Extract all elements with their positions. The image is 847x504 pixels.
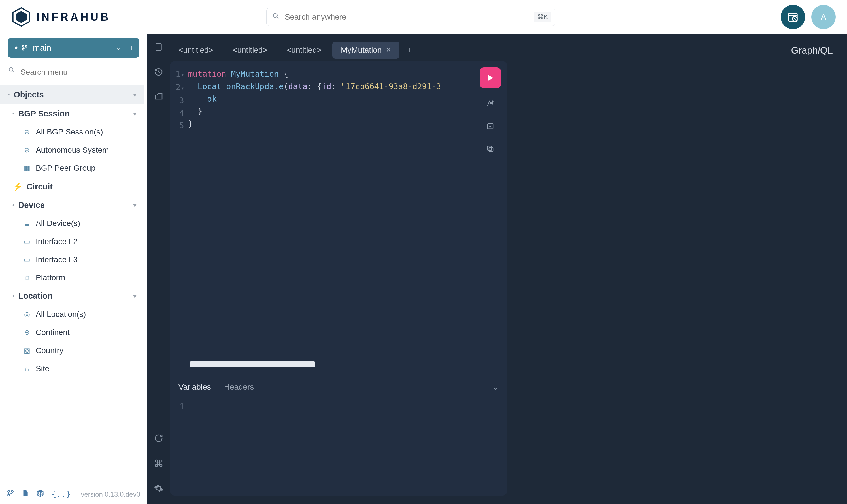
variables-editor[interactable]: 1 xyxy=(170,397,507,411)
global-search: ⌘K xyxy=(266,8,555,26)
sidebar-item-label: Interface L3 xyxy=(36,255,77,264)
sidebar-item-platform[interactable]: ⧉ Platform xyxy=(0,269,144,287)
grid-icon: ▦ xyxy=(23,164,31,172)
scrollbar-thumb[interactable] xyxy=(190,361,315,367)
svg-point-15 xyxy=(8,490,10,492)
svg-point-16 xyxy=(11,490,13,492)
sidebar-item-label: Platform xyxy=(36,273,65,282)
sidebar-item-all-bgp-sessions[interactable]: ⊕ All BGP Session(s) xyxy=(0,123,144,141)
svg-point-13 xyxy=(10,68,13,71)
tab-mymutation[interactable]: MyMutation ✕ xyxy=(332,42,400,59)
sidebar-footer: {..} version 0.13.0.dev0 xyxy=(0,484,147,504)
sidebar-group-device[interactable]: • Device ▾ xyxy=(0,196,144,214)
svg-point-10 xyxy=(22,46,24,47)
svg-rect-19 xyxy=(156,43,161,50)
sidebar-item-interface-l2[interactable]: ▭ Interface L2 xyxy=(0,232,144,251)
chevron-down-icon[interactable]: ⌄ xyxy=(492,383,498,392)
schedule-button[interactable] xyxy=(781,5,805,29)
list-icon: ≣ xyxy=(23,219,31,227)
sidebar-item-bgp-peer-group[interactable]: ▦ BGP Peer Group xyxy=(0,159,144,177)
sidebar-item-interface-l3[interactable]: ▭ Interface L3 xyxy=(0,251,144,269)
query-editor[interactable]: 1▾ 2▾ 3 4 5 mutation MyMutation { Locati… xyxy=(170,61,507,377)
copy-icon[interactable] xyxy=(486,144,495,156)
results-panel xyxy=(507,61,839,496)
bolt-icon: ⚡ xyxy=(13,182,23,192)
sidebar-item-label: Circuit xyxy=(27,182,53,192)
tab-headers[interactable]: Headers xyxy=(224,382,254,392)
sidebar-item-label: All Location(s) xyxy=(36,310,86,319)
document-icon[interactable] xyxy=(21,489,29,499)
svg-rect-28 xyxy=(489,147,493,152)
sidebar: main ⌄ + • Objects ▾ • xyxy=(0,34,147,504)
code-braces-icon[interactable]: {..} xyxy=(52,489,71,499)
sidebar-item-continent[interactable]: ⊕ Continent xyxy=(0,323,144,341)
sidebar-group-objects[interactable]: • Objects ▾ xyxy=(0,85,144,105)
editor-tabbar: <untitled> <untitled> <untitled> MyMutat… xyxy=(170,39,839,61)
chevron-down-icon: ▾ xyxy=(134,293,136,300)
tab-untitled-3[interactable]: <untitled> xyxy=(278,42,330,59)
target-icon: ⊕ xyxy=(23,128,31,136)
sidebar-group-bgp-session[interactable]: • BGP Session ▾ xyxy=(0,105,144,123)
history-icon[interactable] xyxy=(154,67,163,79)
graphql-icon[interactable] xyxy=(36,489,44,499)
sidebar-item-label: Continent xyxy=(36,328,70,337)
interface-icon: ▭ xyxy=(23,237,31,246)
sidebar-item-label: All BGP Session(s) xyxy=(36,127,103,137)
tab-untitled-2[interactable]: <untitled> xyxy=(224,42,276,59)
branch-icon[interactable] xyxy=(7,489,14,499)
bullet-icon: • xyxy=(13,111,14,116)
sidebar-item-label: All Device(s) xyxy=(36,219,80,228)
branch-selector[interactable]: main ⌄ + xyxy=(8,38,139,58)
avatar-initial: A xyxy=(820,12,826,22)
svg-point-6 xyxy=(792,16,797,21)
sidebar-group-location[interactable]: • Location ▾ xyxy=(0,287,144,305)
add-tab-button[interactable]: + xyxy=(402,45,418,55)
svg-point-11 xyxy=(25,46,27,47)
shortcuts-icon[interactable] xyxy=(154,459,163,470)
sidebar-item-label: Interface L2 xyxy=(36,237,77,246)
tab-label: MyMutation xyxy=(341,46,382,55)
branch-icon xyxy=(13,45,28,51)
explorer-icon[interactable] xyxy=(154,92,163,104)
sidebar-item-label: Site xyxy=(36,364,49,373)
menu-search-input[interactable] xyxy=(8,65,139,80)
settings-icon[interactable] xyxy=(154,484,163,496)
svg-rect-29 xyxy=(488,146,492,150)
variables-pane: Variables Headers ⌄ 1 xyxy=(170,377,507,496)
sidebar-item-autonomous-system[interactable]: ⊕ Autonomous System xyxy=(0,141,144,159)
search-input[interactable] xyxy=(266,8,555,26)
merge-icon[interactable] xyxy=(486,121,495,134)
svg-line-8 xyxy=(795,19,796,20)
close-icon[interactable]: ✕ xyxy=(386,47,391,54)
line-gutter: 1▾ 2▾ 3 4 5 xyxy=(176,68,188,377)
refetch-icon[interactable] xyxy=(154,434,163,445)
svg-marker-1 xyxy=(16,11,27,23)
tab-label: <untitled> xyxy=(233,46,267,55)
new-branch-button[interactable]: + xyxy=(129,43,134,53)
prettify-icon[interactable] xyxy=(486,98,495,111)
bullet-icon: • xyxy=(13,293,14,299)
search-shortcut: ⌘K xyxy=(534,12,551,22)
platform-icon: ⧉ xyxy=(23,274,31,282)
sidebar-item-all-locations[interactable]: ◎ All Location(s) xyxy=(0,305,144,323)
tab-label: <untitled> xyxy=(287,46,321,55)
sidebar-item-circuit[interactable]: ⚡ Circuit xyxy=(0,177,144,196)
sidebar-item-label: Country xyxy=(36,346,64,355)
sidebar-item-country[interactable]: ▧ Country xyxy=(0,341,144,360)
docs-icon[interactable] xyxy=(154,42,163,54)
sidebar-item-label: BGP Peer Group xyxy=(36,164,95,173)
tab-variables[interactable]: Variables xyxy=(178,382,211,392)
sidebar-group-label: BGP Session xyxy=(18,109,70,118)
horizontal-scrollbar[interactable] xyxy=(190,361,495,367)
sidebar-item-site[interactable]: ⌂ Site xyxy=(0,360,144,378)
run-button[interactable] xyxy=(480,67,501,88)
svg-point-2 xyxy=(273,14,277,18)
tab-label: <untitled> xyxy=(178,46,213,55)
svg-marker-22 xyxy=(488,75,493,81)
graphiql-logo: GraphiQL xyxy=(791,45,833,56)
sidebar-item-all-devices[interactable]: ≣ All Device(s) xyxy=(0,214,144,232)
logo[interactable]: INFRAHUB xyxy=(11,7,142,27)
svg-point-23 xyxy=(492,101,493,102)
avatar[interactable]: A xyxy=(811,5,836,29)
tab-untitled-1[interactable]: <untitled> xyxy=(170,42,222,59)
